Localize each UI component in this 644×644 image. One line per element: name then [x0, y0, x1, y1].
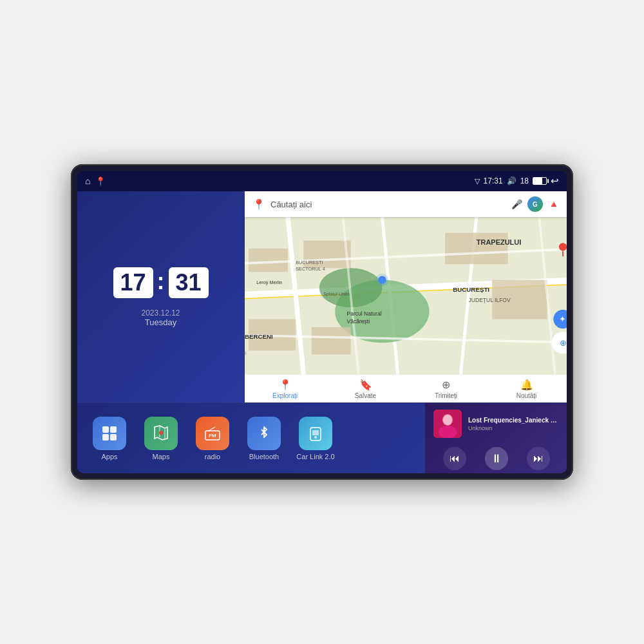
radio-icon: FM: [196, 417, 229, 450]
signal-icon: ▽: [475, 177, 480, 185]
music-next-button[interactable]: ⏭: [527, 447, 550, 470]
status-time: 17:31: [484, 176, 503, 185]
map-search-bar[interactable]: 📍 Căutați aici 🎤 G 🔺: [245, 191, 567, 217]
svg-rect-38: [110, 426, 117, 433]
music-info-row: Lost Frequencies_Janieck Devy-... Unknow…: [433, 410, 559, 438]
map-search-text[interactable]: Căutați aici: [270, 200, 506, 209]
map-nav-exploreaza[interactable]: 📍 Explorați: [245, 379, 325, 399]
status-left: ⌂ 📍: [85, 176, 475, 186]
music-artist: Unknown: [468, 425, 559, 431]
trimiteti-icon: ⊕: [442, 379, 450, 391]
map-widget: 📍 Căutați aici 🎤 G 🔺: [245, 191, 567, 402]
svg-rect-37: [102, 426, 109, 433]
map-nav-noutati[interactable]: 🔔 Noutăți: [486, 379, 567, 399]
svg-text:JUDEȚUL ILFOV: JUDEȚUL ILFOV: [469, 297, 511, 303]
main-area: 17 : 31 2023.12.12 Tuesday: [77, 191, 567, 473]
svg-rect-39: [102, 434, 109, 440]
exploreaza-label: Explorați: [272, 392, 298, 399]
apps-label: Apps: [101, 453, 117, 460]
back-icon[interactable]: ↩: [551, 175, 559, 187]
map-user-avatar[interactable]: G: [527, 196, 543, 212]
clock-day: Tuesday: [141, 317, 180, 327]
prev-icon: ⏮: [450, 453, 460, 464]
music-play-button[interactable]: ⏸: [485, 447, 508, 470]
carlink-label: Car Link 2.0: [296, 453, 334, 460]
apps-icon: [93, 417, 126, 450]
svg-point-44: [159, 431, 163, 435]
svg-text:SECTORUL 4: SECTORUL 4: [296, 266, 325, 272]
svg-text:Leroy Merlin: Leroy Merlin: [256, 279, 282, 285]
map-nav-salvate[interactable]: 🔖 Salvate: [325, 379, 406, 399]
music-album-face: [433, 410, 462, 438]
svg-point-29: [559, 243, 567, 251]
app-item-carlink[interactable]: Car Link 2.0: [294, 417, 337, 460]
music-controls: ⏮ ⏸ ⏭: [433, 444, 559, 473]
apps-bar: Apps Maps: [77, 403, 425, 473]
app-item-bluetooth[interactable]: Bluetooth: [242, 417, 286, 460]
status-right: ▽ 17:31 🔊 18 ↩: [475, 175, 559, 187]
volume-level: 18: [520, 176, 529, 185]
svg-rect-49: [312, 430, 319, 435]
next-icon: ⏭: [533, 453, 544, 464]
bluetooth-label: Bluetooth: [249, 453, 279, 460]
status-bar: ⌂ 📍 ▽ 17:31 🔊 18 ↩: [77, 171, 567, 191]
app-item-radio[interactable]: FM radio: [191, 417, 234, 460]
svg-text:TRAPEZULUI: TRAPEZULUI: [477, 238, 521, 246]
clock-colon: :: [157, 270, 165, 293]
map-nav-bar: 📍 Explorați 🔖 Salvate ⊕ Trimiteți 🔔: [245, 374, 567, 402]
trimiteti-label: Trimiteți: [435, 392, 457, 399]
home-icon[interactable]: ⌂: [85, 176, 90, 186]
svg-rect-8: [249, 249, 288, 272]
music-prev-button[interactable]: ⏮: [443, 447, 466, 470]
radio-label: radio: [205, 453, 220, 460]
svg-text:⊕: ⊕: [560, 338, 567, 348]
clock-widget: 17 : 31 2023.12.12 Tuesday: [77, 191, 245, 402]
svg-text:BERCENI: BERCENI: [245, 333, 273, 340]
music-widget: Lost Frequencies_Janieck Devy-... Unknow…: [425, 403, 567, 473]
maps-icon: [144, 417, 178, 450]
svg-rect-40: [110, 434, 117, 440]
maps-label: Maps: [153, 453, 170, 460]
clock-minutes: 31: [175, 269, 201, 296]
noutati-icon: 🔔: [520, 379, 533, 391]
map-pin-icon: 📍: [252, 198, 265, 211]
svg-line-47: [209, 427, 215, 431]
carlink-icon: [299, 417, 332, 450]
svg-text:✦: ✦: [559, 314, 566, 324]
clock-display: 17 : 31: [113, 267, 209, 298]
svg-text:Văcărești: Văcărești: [347, 318, 370, 325]
svg-text:Google: Google: [245, 350, 247, 356]
car-head-unit: ⌂ 📍 ▽ 17:31 🔊 18 ↩: [71, 164, 573, 480]
music-text: Lost Frequencies_Janieck Devy-... Unknow…: [468, 417, 559, 431]
clock-date-area: 2023.12.12 Tuesday: [141, 308, 180, 327]
app-item-maps[interactable]: Maps: [139, 417, 183, 460]
volume-icon: 🔊: [507, 176, 516, 185]
svg-point-50: [314, 436, 317, 439]
svg-text:FM: FM: [209, 433, 216, 439]
map-layers-icon[interactable]: 🔺: [548, 199, 559, 209]
music-title: Lost Frequencies_Janieck Devy-...: [468, 417, 559, 424]
map-mic-icon[interactable]: 🎤: [511, 199, 522, 209]
music-album-art: [433, 410, 462, 438]
svg-text:Splaiul Unirii: Splaiul Unirii: [323, 291, 350, 297]
svg-point-32: [376, 274, 389, 287]
svg-text:BUCUREȘTI: BUCUREȘTI: [453, 286, 489, 293]
clock-hours-block: 17: [113, 267, 153, 298]
exploreaza-icon: 📍: [279, 379, 292, 391]
clock-hours: 17: [120, 269, 146, 296]
salvate-icon: 🔖: [359, 379, 372, 391]
map-search-icons: 🎤 G 🔺: [511, 196, 559, 212]
map-nav-trimiteti[interactable]: ⊕ Trimiteți: [406, 379, 486, 399]
svg-rect-13: [312, 327, 351, 355]
bottom-section: Apps Maps: [77, 402, 567, 473]
salvate-label: Salvate: [355, 392, 376, 399]
clock-date: 2023.12.12: [141, 308, 180, 317]
play-icon: ⏸: [491, 452, 502, 466]
svg-point-54: [443, 415, 452, 425]
maps-status-icon[interactable]: 📍: [95, 176, 106, 186]
app-item-apps[interactable]: Apps: [88, 417, 131, 460]
top-section: 17 : 31 2023.12.12 Tuesday: [77, 191, 567, 402]
svg-text:Parcul Natural: Parcul Natural: [347, 310, 382, 317]
map-body[interactable]: TRAPEZULUI BUCUREȘTI JUDEȚUL ILFOV BERCE…: [245, 217, 567, 374]
battery-indicator: [533, 177, 547, 185]
